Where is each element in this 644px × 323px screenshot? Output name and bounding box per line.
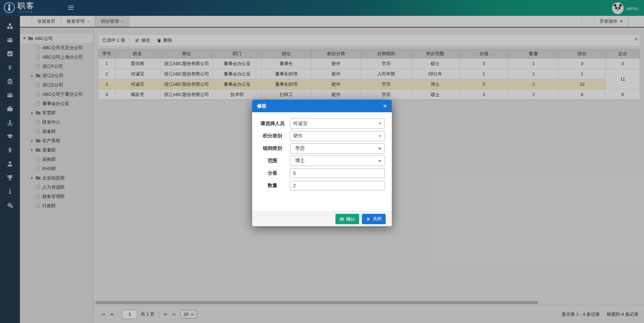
close-button[interactable]: 关闭 (362, 214, 386, 224)
select-dropdown-4[interactable]: 博士 (290, 156, 385, 166)
chevron-down-icon (378, 159, 382, 164)
modal-title: 修改 (257, 103, 267, 109)
modal-fields: 请选择人员何诚宝积分类别硬件细则类别学历范围博士分值数量 (258, 118, 385, 191)
close-button-label: 关闭 (373, 216, 382, 222)
modal-field: 范围博士 (258, 156, 385, 166)
field-control: 学历 (290, 143, 385, 154)
selected-value: 何诚宝 (290, 121, 308, 127)
save-icon (340, 217, 344, 221)
field-label: 请选择人员 (258, 121, 287, 127)
modal-footer: 确认 关闭 (252, 211, 392, 226)
select2-dropdown-2[interactable]: 硬件 (290, 131, 385, 141)
chevron-down-icon (378, 146, 382, 152)
confirm-button[interactable]: 确认 (335, 214, 359, 224)
field-input-5[interactable] (290, 168, 385, 178)
modal-close-icon[interactable]: ✕ (383, 104, 387, 108)
modal-field: 数量 (258, 180, 385, 191)
modal-field: 细则类别学历 (258, 143, 385, 154)
application-window: 职客 IZHIKE admin 欢迎首页账套管理×积分管理× 页签操作 (0, 0, 644, 323)
modal-field: 请选择人员何诚宝 (258, 118, 385, 129)
field-label: 范围 (258, 158, 287, 164)
selected-value: 学历 (290, 145, 305, 152)
field-label: 细则类别 (258, 145, 287, 152)
close-icon (366, 217, 371, 221)
field-label: 数量 (258, 183, 287, 189)
selected-value: 博士 (290, 158, 305, 164)
edit-modal: 修改 ✕ 请选择人员何诚宝积分类别硬件细则类别学历范围博士分值数量 确认 关闭 (252, 100, 392, 226)
caret-down-icon (378, 123, 381, 125)
field-control (290, 168, 385, 178)
field-control: 硬件 (290, 131, 385, 141)
modal-field: 积分类别硬件 (258, 131, 385, 141)
modal-body: 请选择人员何诚宝积分类别硬件细则类别学历范围博士分值数量 (252, 112, 392, 211)
field-control: 何诚宝 (290, 118, 385, 129)
select2-dropdown-1[interactable]: 何诚宝 (290, 118, 385, 129)
confirm-button-label: 确认 (346, 216, 355, 222)
selected-value: 硬件 (290, 133, 303, 139)
field-label: 积分类别 (258, 133, 287, 139)
field-label: 分值 (258, 170, 287, 176)
caret-down-icon (378, 135, 381, 137)
field-control (290, 181, 385, 190)
select-dropdown-3[interactable]: 学历 (290, 143, 385, 154)
field-control: 博士 (290, 156, 385, 166)
field-input-6[interactable] (290, 181, 385, 190)
modal-header: 修改 ✕ (252, 100, 392, 112)
modal-field: 分值 (258, 168, 385, 178)
